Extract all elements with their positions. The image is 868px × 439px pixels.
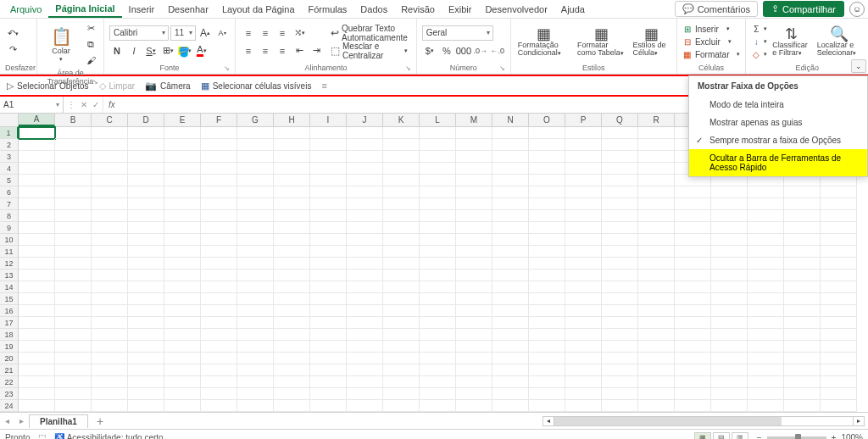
cell[interactable]: [92, 293, 128, 305]
cell[interactable]: [383, 329, 420, 341]
cell[interactable]: [92, 127, 128, 139]
cell[interactable]: [274, 281, 310, 293]
cancel-formula-button[interactable]: ⋮: [67, 100, 75, 109]
clipboard-dialog-launcher[interactable]: ↘: [92, 78, 98, 86]
cell[interactable]: [274, 198, 310, 210]
cell[interactable]: [711, 400, 748, 412]
cell[interactable]: [201, 400, 237, 412]
cell[interactable]: [347, 317, 383, 329]
cell[interactable]: [55, 258, 92, 270]
tab-pagelayout[interactable]: Layout da Página: [215, 2, 302, 17]
cell[interactable]: [310, 281, 347, 293]
cell[interactable]: [638, 246, 675, 258]
cell[interactable]: [675, 246, 711, 258]
cell[interactable]: [19, 210, 55, 222]
ribbon-menu-item[interactable]: Ocultar a Barra de Ferramentas de Acesso…: [689, 149, 867, 176]
tab-insert[interactable]: Inserir: [122, 2, 162, 17]
cell[interactable]: [55, 246, 92, 258]
cell[interactable]: [529, 388, 565, 400]
cell[interactable]: [492, 341, 529, 353]
cell[interactable]: [602, 317, 638, 329]
cell[interactable]: [565, 281, 602, 293]
cell[interactable]: [19, 341, 55, 353]
cell[interactable]: [821, 186, 857, 198]
cell[interactable]: [274, 317, 310, 329]
cell[interactable]: [529, 234, 565, 246]
cell[interactable]: [201, 270, 237, 281]
cell[interactable]: [274, 341, 310, 353]
orientation-button[interactable]: ⤭▾: [292, 25, 307, 41]
cell[interactable]: [529, 127, 565, 139]
cell[interactable]: [529, 222, 565, 234]
cell[interactable]: [55, 376, 92, 388]
cell[interactable]: [310, 293, 347, 305]
fill-color-button[interactable]: 🪣▾: [177, 43, 192, 58]
cell[interactable]: [347, 234, 383, 246]
cell[interactable]: [492, 258, 529, 270]
cell[interactable]: [164, 293, 201, 305]
cell[interactable]: [274, 270, 310, 281]
cell[interactable]: [602, 293, 638, 305]
cell[interactable]: [237, 376, 274, 388]
select-all-corner[interactable]: [0, 114, 19, 126]
row-header[interactable]: 13: [0, 270, 19, 281]
cell[interactable]: [675, 281, 711, 293]
cell[interactable]: [602, 329, 638, 341]
cell[interactable]: [821, 341, 857, 353]
cell[interactable]: [675, 329, 711, 341]
cell[interactable]: [565, 376, 602, 388]
cell[interactable]: [492, 210, 529, 222]
cell[interactable]: [420, 281, 456, 293]
cell[interactable]: [456, 175, 492, 186]
cell[interactable]: [92, 175, 128, 186]
cell[interactable]: [201, 198, 237, 210]
cell[interactable]: [92, 388, 128, 400]
cell[interactable]: [420, 364, 456, 376]
cell[interactable]: [456, 139, 492, 151]
cell[interactable]: [565, 293, 602, 305]
cell[interactable]: [237, 341, 274, 353]
cell[interactable]: [128, 270, 164, 281]
copy-button[interactable]: ⧉: [83, 36, 98, 52]
cell[interactable]: [529, 258, 565, 270]
cell[interactable]: [128, 127, 164, 139]
cell[interactable]: [92, 246, 128, 258]
cell[interactable]: [19, 258, 55, 270]
cell[interactable]: [420, 139, 456, 151]
cell[interactable]: [201, 163, 237, 175]
cell[interactable]: [784, 270, 821, 281]
cell[interactable]: [675, 317, 711, 329]
cell[interactable]: [529, 151, 565, 163]
cell[interactable]: [784, 329, 821, 341]
find-select-button[interactable]: 🔍Localizar e Selecionar▾: [815, 26, 863, 57]
cell[interactable]: [456, 317, 492, 329]
cell[interactable]: [565, 388, 602, 400]
cell[interactable]: [565, 341, 602, 353]
cell[interactable]: [128, 293, 164, 305]
cell[interactable]: [237, 317, 274, 329]
row-header[interactable]: 11: [0, 246, 19, 258]
cell[interactable]: [164, 353, 201, 364]
cell[interactable]: [19, 305, 55, 317]
cell[interactable]: [383, 210, 420, 222]
cell[interactable]: [638, 175, 675, 186]
cell[interactable]: [92, 341, 128, 353]
cell[interactable]: [164, 317, 201, 329]
cell[interactable]: [164, 175, 201, 186]
cell[interactable]: [784, 305, 821, 317]
cell[interactable]: [565, 210, 602, 222]
cell[interactable]: [55, 329, 92, 341]
cell[interactable]: [602, 258, 638, 270]
cell[interactable]: [92, 139, 128, 151]
cell[interactable]: [529, 376, 565, 388]
cell[interactable]: [420, 341, 456, 353]
cell[interactable]: [347, 388, 383, 400]
cell[interactable]: [347, 151, 383, 163]
cell[interactable]: [92, 281, 128, 293]
cell[interactable]: [711, 270, 748, 281]
cell[interactable]: [821, 364, 857, 376]
cell[interactable]: [602, 175, 638, 186]
cell[interactable]: [821, 222, 857, 234]
cell[interactable]: [310, 210, 347, 222]
cell[interactable]: [492, 293, 529, 305]
